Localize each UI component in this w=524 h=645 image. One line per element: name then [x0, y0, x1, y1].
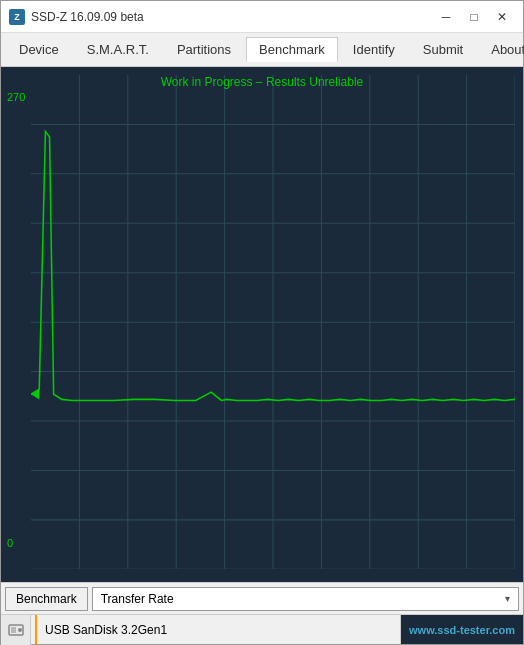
window-controls: ─ □ ✕ — [433, 6, 515, 28]
chart-y-max: 270 — [7, 91, 25, 103]
chart-stats: Min: 109,4, Max: 262,8, Avg: 119,0 — [1, 577, 523, 582]
menu-bar: Device S.M.A.R.T. Partitions Benchmark I… — [1, 33, 523, 67]
maximize-button[interactable]: □ — [461, 6, 487, 28]
minimize-button[interactable]: ─ — [433, 6, 459, 28]
dropdown-value: Transfer Rate — [101, 592, 174, 606]
status-device-name: USB SanDisk 3.2Gen1 — [35, 615, 401, 644]
app-icon: Z — [9, 9, 25, 25]
chart-title: Work in Progress – Results Unreliable — [1, 75, 523, 89]
main-window: Z SSD-Z 16.09.09 beta ─ □ ✕ Device S.M.A… — [0, 0, 524, 645]
menu-item-partitions[interactable]: Partitions — [164, 37, 244, 62]
menu-item-about[interactable]: About — [478, 37, 524, 62]
drive-icon — [8, 622, 24, 638]
close-button[interactable]: ✕ — [489, 6, 515, 28]
menu-item-benchmark[interactable]: Benchmark — [246, 37, 338, 62]
menu-item-identify[interactable]: Identify — [340, 37, 408, 62]
chart-y-min: 0 — [7, 537, 13, 549]
window-title: SSD-Z 16.09.09 beta — [31, 10, 433, 24]
status-icon — [1, 615, 31, 645]
menu-item-device[interactable]: Device — [6, 37, 72, 62]
menu-item-submit[interactable]: Submit — [410, 37, 476, 62]
dropdown-arrow-icon: ▾ — [505, 593, 510, 604]
benchmark-chart — [31, 75, 515, 569]
status-bar: USB SanDisk 3.2Gen1 www.ssd-tester.com — [1, 614, 523, 644]
bottom-bar: Benchmark Transfer Rate ▾ — [1, 582, 523, 614]
transfer-rate-dropdown[interactable]: Transfer Rate ▾ — [92, 587, 519, 611]
menu-item-smart[interactable]: S.M.A.R.T. — [74, 37, 162, 62]
benchmark-button[interactable]: Benchmark — [5, 587, 88, 611]
status-website: www.ssd-tester.com — [401, 615, 523, 644]
content-area: Work in Progress – Results Unreliable 27… — [1, 67, 523, 582]
title-bar: Z SSD-Z 16.09.09 beta ─ □ ✕ — [1, 1, 523, 33]
chart-container: Work in Progress – Results Unreliable 27… — [1, 67, 523, 577]
svg-point-22 — [18, 628, 22, 632]
